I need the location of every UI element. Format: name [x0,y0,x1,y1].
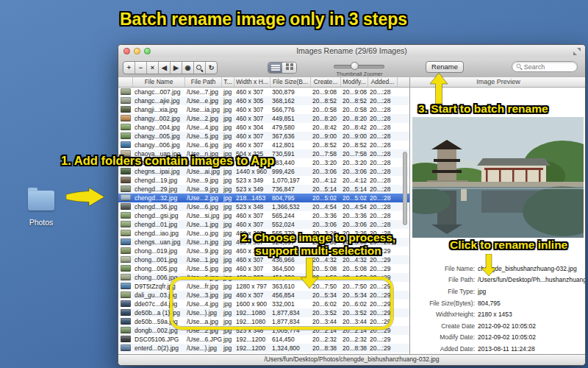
arrow-down-icon [301,258,318,289]
file-info-label: File Name: [412,265,475,272]
thumbnail-image [121,132,131,139]
status-bar: /Users/fun/Desktop/Photos/chengde_bishus… [118,354,585,365]
magnify-button[interactable] [194,62,206,74]
file-info-label: Added Date: [412,345,475,353]
table-row[interactable]: changy...006.jpg/Use...6.jpgjpg460 x 307… [118,141,409,149]
table-row[interactable]: changji...xia.jpg/Use...ia.jpgjpg460 x 3… [118,105,409,114]
thumbnail-image [121,203,131,210]
table-row[interactable]: changc...007.jpg/Use...7.jpgjpg460 x 307… [118,88,409,96]
table-row[interactable]: changy...004.jpg/Use...4.jpgjpg460 x 304… [118,123,409,132]
window-title: Images Rename (29/69 Images) [118,46,585,55]
table-row[interactable]: chengd...29.jpg/Use...9.jpgjpg523 x 3497… [118,185,409,194]
view-mode-segmented-control [268,62,297,74]
photos-folder-icon[interactable] [28,191,54,210]
column-header-file-size[interactable]: File Size(B... [270,77,311,87]
file-info-label: File Path: [412,276,475,283]
thumbnail-image [121,106,131,113]
list-view-button[interactable] [268,63,282,73]
search-icon [517,64,522,70]
fullscreen-icon[interactable] [573,48,581,55]
step1-annotation: 1. Add folders contain images to App [61,154,274,168]
delete-button[interactable]: × [147,62,159,74]
thumbnail-image [121,318,131,325]
arrow-down-inline-icon [481,254,496,276]
thumbnail-image [121,283,131,289]
file-info-value: /Users/fun/Desktop/Ph...hushanzhuang-032… [478,276,586,283]
column-header-type[interactable]: T... [222,77,234,87]
thumbnail-image [121,274,131,280]
file-info-value: 2013-08-11 11:24:28 [478,345,535,353]
table-scrollbar[interactable] [403,152,407,225]
file-info-panel: File Name:chengde_bishushanzhuang-032.jp… [412,263,586,355]
list-icon [271,65,280,71]
thumbnail-image [121,336,131,342]
grid-view-button[interactable] [282,63,296,73]
thumbnail-zoomer-label: Thumbnail Zoomer [323,71,396,77]
file-info-row: File Path:/Users/fun/Desktop/Ph...hushan… [412,275,586,286]
quicklook-button[interactable]: ◉ [182,62,194,74]
thumbnail-zoomer-slider[interactable] [334,65,384,68]
pavilion-shape [477,158,551,183]
file-info-label: Modify Date: [412,333,475,341]
column-header-modify[interactable]: Modify... [341,77,368,87]
thumbnail-image [121,256,131,263]
toolbar: + − × ◀ ▶ ◉ ↻ Thumbnail Zoomer Rename [118,57,585,78]
thumbnail-image [121,309,131,316]
table-row[interactable]: changy...002.jpg/Use...2.jpgjpg460 x 307… [118,114,409,123]
preview-photo [412,117,584,238]
column-header-file-path[interactable]: File Path [185,77,222,87]
table-row[interactable]: changy...005.jpg/Use...5.jpgjpg460 x 307… [118,132,409,141]
thumbnail-image [121,247,131,254]
file-info-row: Modify Date:2012-09-02 10:05:02 [412,332,586,344]
next-button[interactable]: ▶ [171,62,182,74]
headline-annotation: Batch rename image only in 3 steps [120,10,407,29]
file-info-label: File Size(Bytes): [412,300,475,307]
table-row[interactable]: chengd...01.jpg/Use...1.jpgjpg460 x 3075… [118,220,409,229]
file-info-value: 2012-09-02 10:05:02 [478,322,536,330]
table-row[interactable]: changc...ajie.jpg/Use...e.jpgjpg460 x 30… [118,96,409,105]
thumbnail-image [121,327,131,333]
thumbnail-image [121,265,131,272]
table-row[interactable]: chengd...gsi.jpg/Use...si.jpgjpg460 x 30… [118,211,409,220]
table-row[interactable]: DSC05106.JPG/Use...6.JPGjpg192...1200614… [118,335,409,344]
table-row[interactable]: chong...005.jpg/Use...5.jpgjpg460 x 3073… [118,264,409,273]
table-row[interactable]: chengd...32.jpg/Use...2.jpgjpg218...1453… [118,194,409,202]
file-info-value: jpg [478,288,486,295]
thumbnail-image [121,291,131,298]
table-row[interactable]: chegns...ipai.jpg/Use...ai.jpgjpg1440 x … [118,167,409,176]
add-button[interactable]: + [123,62,135,74]
file-info-row: Added Date:2013-08-11 11:24:28 [412,343,586,355]
file-info-value: 804,795 [478,300,501,307]
file-info-label: File Type: [412,288,475,295]
photos-folder-label: Photos [13,218,69,227]
image-preview-pane: File Name:chengde_bishushanzhuang-032.jp… [409,88,586,356]
desktop: { "desktop": { "headline": "Batch rename… [0,0,588,368]
title-bar[interactable]: Images Rename (29/69 Images) [118,45,585,58]
grid-icon [286,63,289,66]
column-header-filler [398,77,409,87]
thumbnail-image [121,141,131,148]
rename-button[interactable]: Rename [426,61,464,73]
table-header: File Name File Path T... Width x H... Fi… [118,77,409,88]
slider-knob[interactable] [351,62,359,70]
table-row[interactable]: chengd...36.jpg/Use...6.jpgjpg523 x 3481… [118,202,409,211]
column-header-create[interactable]: Create... [311,77,341,87]
column-header-file-name[interactable]: File Name [133,77,185,87]
table-row[interactable]: chengd...19.jpg/Use...9.jpgjpg523 x 3491… [118,176,409,185]
file-info-label: WidthxHeight: [412,311,475,318]
table-row[interactable]: enterd...0(2).jpg/Use...).jpgjpg192...12… [118,344,409,353]
search-field[interactable] [512,61,578,72]
previous-button[interactable]: ◀ [159,62,171,74]
toolbar-button-group: + − × ◀ ▶ ◉ ↻ [123,61,218,74]
step3-annotation: 3. Start to batch rename [418,102,548,116]
search-input[interactable] [524,63,573,71]
thumbnail-image [121,115,131,121]
thumbnail-image [121,168,131,174]
column-header-added[interactable]: Added... [368,77,398,87]
column-header-dimensions[interactable]: Width x H... [234,77,270,87]
refresh-button[interactable]: ↻ [206,62,217,74]
thumbnail-image [121,344,131,351]
remove-button[interactable]: − [135,62,147,74]
file-info-row: File Name:chengde_bishushanzhuang-032.jp… [412,263,586,275]
file-info-value: 2180 x 1453 [478,311,512,318]
